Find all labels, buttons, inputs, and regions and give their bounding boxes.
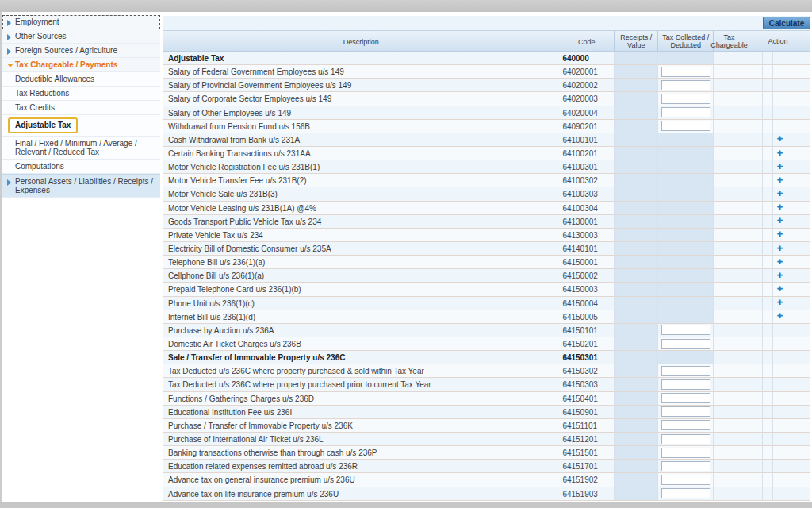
receipts-value-cell	[615, 147, 658, 160]
tax-collected-input[interactable]	[661, 121, 710, 131]
receipts-value-cell	[615, 120, 658, 133]
action-cell	[745, 229, 763, 242]
action-cell	[763, 460, 773, 473]
tax-collected-input[interactable]	[661, 94, 710, 104]
add-row-icon[interactable]: ✚	[777, 299, 783, 306]
sidebar-item-label: Tax Credits	[15, 103, 55, 112]
row-description: Motor Vehicle Registration Fee u/s 231B(…	[163, 160, 557, 174]
action-cell: ✚	[773, 310, 787, 324]
tax-collected-input[interactable]	[661, 325, 710, 335]
add-row-icon[interactable]: ✚	[777, 286, 783, 293]
receipts-value-cell	[615, 269, 658, 283]
action-cell	[787, 460, 799, 473]
action-cell	[763, 79, 773, 92]
add-row-icon[interactable]: ✚	[777, 177, 783, 184]
tax-collected-input[interactable]	[661, 67, 710, 77]
tax-collected-input[interactable]	[661, 461, 710, 471]
add-row-icon[interactable]: ✚	[777, 136, 783, 143]
sidebar-item-adjustable-tax[interactable]: Adjustable Tax	[2, 115, 160, 137]
sidebar-item-employment[interactable]: Employment	[2, 15, 160, 29]
sidebar-item-final-fixed-minimum-average-relevant-reduced-tax[interactable]: Final / Fixed / Minimum / Average / Rele…	[2, 137, 160, 160]
tax-collected-input[interactable]	[661, 420, 710, 430]
receipts-value-cell	[615, 202, 658, 215]
tax-collected-input[interactable]	[661, 475, 710, 485]
tax-chargeable-cell	[714, 433, 745, 446]
row-description: Salary of Federal Government Employees u…	[163, 65, 557, 79]
add-row-icon[interactable]: ✚	[777, 204, 783, 211]
add-row-icon[interactable]: ✚	[777, 231, 783, 238]
chevron-right-icon	[7, 179, 11, 186]
action-cell	[773, 351, 787, 364]
row-description: Prepaid Telephone Card u/s 236(1)(b)	[163, 283, 557, 296]
tax-collected-input[interactable]	[661, 393, 710, 403]
action-cell	[787, 406, 799, 419]
sidebar-item-personal-assets-liabilities-receipts-expenses[interactable]: Personal Assets / Liabilities / Receipts…	[2, 174, 160, 198]
sidebar-item-foreign-sources-agriculture[interactable]: Foreign Sources / Agriculture	[2, 44, 160, 58]
action-cell	[763, 52, 773, 65]
table-row: Salary of Provincial Government Employee…	[163, 79, 810, 92]
action-cell: ✚	[773, 147, 787, 160]
action-cell	[745, 364, 763, 378]
receipts-value-cell	[615, 460, 658, 473]
selected-item-box: Adjustable Tax	[8, 117, 78, 133]
add-row-icon[interactable]: ✚	[777, 150, 783, 157]
sidebar-item-tax-reductions[interactable]: Tax Reductions	[2, 87, 160, 101]
row-code: 64150003	[557, 283, 615, 296]
receipts-value-cell	[615, 283, 658, 296]
action-cell	[745, 433, 763, 446]
tax-collected-input[interactable]	[661, 339, 710, 349]
calculate-button[interactable]: Calculate	[763, 17, 810, 29]
add-row-icon[interactable]: ✚	[777, 272, 783, 279]
action-cell	[787, 133, 799, 147]
action-cell	[763, 324, 773, 337]
tax-collected-input[interactable]	[661, 448, 710, 458]
action-cell	[799, 79, 810, 92]
tax-collected-cell	[658, 187, 714, 201]
row-description: Internet Bill u/s 236(1)(d)	[163, 310, 557, 324]
tax-collected-input[interactable]	[661, 406, 710, 417]
sidebar-item-computations[interactable]: Computations	[2, 160, 160, 174]
action-cell	[787, 65, 799, 79]
action-cell	[799, 297, 810, 310]
add-row-icon[interactable]: ✚	[777, 245, 783, 252]
action-cell	[763, 297, 773, 310]
sidebar-item-deductible-allowances[interactable]: Deductible Allowances	[2, 72, 160, 87]
action-cell	[773, 120, 787, 133]
tax-collected-input[interactable]	[661, 488, 710, 498]
tax-chargeable-cell	[714, 283, 745, 296]
add-row-icon[interactable]: ✚	[777, 164, 783, 171]
add-row-icon[interactable]: ✚	[777, 190, 783, 198]
receipts-value-cell	[615, 160, 658, 174]
add-row-icon[interactable]: ✚	[777, 217, 783, 225]
tax-collected-input[interactable]	[661, 379, 710, 390]
sidebar-item-label: Final / Fixed / Minimum / Average / Rele…	[15, 139, 137, 156]
action-cell	[787, 297, 799, 310]
action-cell	[745, 187, 763, 201]
tax-collected-input[interactable]	[661, 366, 710, 376]
action-cell: ✚	[773, 133, 787, 147]
column-header-description: Description	[163, 31, 557, 52]
add-row-icon[interactable]: ✚	[777, 259, 783, 266]
receipts-value-cell	[615, 242, 658, 256]
sidebar-item-tax-chargeable-payments[interactable]: Tax Chargeable / Payments	[2, 58, 160, 72]
tax-collected-cell	[658, 106, 714, 120]
tax-collected-input[interactable]	[661, 107, 710, 117]
row-code: 64130003	[557, 229, 615, 242]
table-row: Sale / Transfer of Immovable Property u/…	[163, 351, 810, 364]
tax-collected-input[interactable]	[661, 80, 710, 90]
row-description: Salary of Other Employees u/s 149	[163, 106, 557, 120]
sidebar-item-other-sources[interactable]: Other Sources	[2, 29, 160, 44]
action-cell	[763, 160, 773, 174]
row-description: Education related expenses remitted abro…	[163, 460, 557, 473]
action-cell	[763, 187, 773, 201]
table-row: Motor Vehicle Registration Fee u/s 231B(…	[163, 160, 810, 174]
action-cell	[745, 215, 763, 229]
action-cell	[799, 242, 810, 256]
tax-collected-input[interactable]	[661, 434, 710, 444]
sidebar-item-label: Computations	[15, 162, 64, 171]
action-cell	[799, 65, 810, 79]
tax-collected-cell	[658, 324, 714, 337]
add-row-icon[interactable]: ✚	[777, 313, 783, 320]
sidebar-item-tax-credits[interactable]: Tax Credits	[2, 101, 160, 115]
action-cell	[745, 106, 763, 120]
